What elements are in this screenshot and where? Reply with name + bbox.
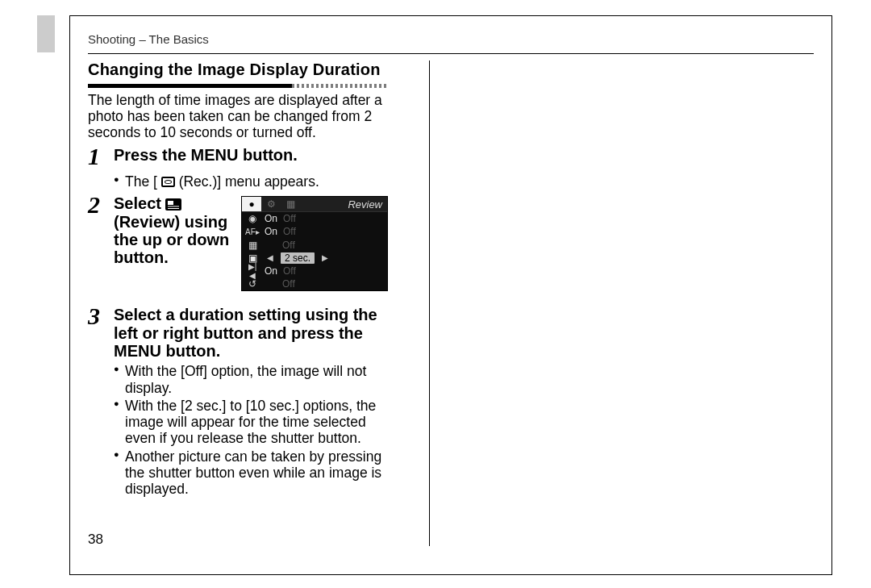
lcd-tab-rec: ● (242, 197, 261, 211)
step-2-title: Select (Review) using the up or down but… (114, 194, 230, 267)
section-intro: The length of time images are displayed … (88, 93, 388, 141)
page-sheet: Shooting – The Basics Changing the Image… (0, 0, 871, 588)
lcd-selected-value: 2 sec. (281, 252, 315, 264)
column-separator (429, 60, 430, 546)
lcd-tab-setup: ⚙ (261, 197, 281, 211)
lcd-on: On (265, 265, 277, 277)
text: Select (114, 194, 165, 212)
right-column (471, 60, 771, 546)
lcd-row-icon: AF▸ (245, 227, 260, 236)
right-arrow-icon: ▶ (319, 253, 331, 262)
step-3-bullet: With the [2 sec.] to [10 sec.] options, … (114, 398, 388, 447)
lcd-tabs: ● ⚙ ▦ Review (242, 197, 387, 211)
lcd-row: ↺ Off (242, 277, 387, 290)
step-2: 2 Select (Review) using the up or down b… (88, 194, 388, 291)
left-arrow-icon: ◀ (265, 253, 276, 262)
camera-rec-icon (161, 177, 175, 187)
lcd-row-icon: ▦ (245, 240, 260, 251)
lcd-row-selected: ▣ ◀ 2 sec. ▶ (242, 252, 387, 265)
lcd-row-icon: ▣ (245, 252, 260, 264)
lcd-off: Off (282, 240, 295, 251)
lcd-row: AF▸ OnOff (242, 225, 387, 238)
lcd-row-icon: ◉ (245, 213, 260, 224)
step-1-body: The [ (Rec.)] menu appears. (112, 173, 388, 190)
left-column: Changing the Image Display Duration The … (88, 60, 388, 546)
lcd-on: On (265, 226, 277, 237)
lcd-tab-title: Review (343, 197, 387, 211)
lcd-row: ▶|◀ OnOff (242, 265, 387, 277)
lcd-row: ◉ OnOff (242, 211, 387, 225)
step-1-title: Press the MENU button. (114, 146, 298, 164)
lcd-row: ▦ Off (242, 238, 387, 251)
step-1-bullet: The [ (Rec.)] menu appears. (114, 173, 388, 190)
content-columns: Changing the Image Display Duration The … (88, 60, 814, 546)
text: (Rec.)] menu appears. (179, 173, 319, 190)
step-number: 3 (88, 304, 112, 328)
lcd-off: Off (283, 265, 296, 277)
step-3-bullet: With the [Off] option, the image will no… (114, 363, 388, 396)
page-frame: Shooting – The Basics Changing the Image… (69, 15, 832, 575)
lcd-off: Off (283, 226, 296, 237)
text: (Review) using the up or down button. (114, 213, 229, 267)
camera-lcd-screenshot: ● ⚙ ▦ Review ◉ OnOff (241, 196, 388, 291)
step-number: 1 (88, 144, 112, 169)
step-3-bullet: Another picture can be taken by pressing… (114, 448, 388, 498)
title-underline (88, 84, 388, 88)
chapter-tab (37, 15, 55, 52)
page-number: 38 (88, 532, 103, 548)
step-1: 1 Press the MENU button. The [ (Rec.)] m… (88, 146, 388, 190)
running-head: Shooting – The Basics (88, 32, 814, 46)
lcd-rows: ◉ OnOff AF▸ OnOff ▦ Off (242, 211, 387, 290)
step-3-title: Select a duration setting using the left… (114, 306, 388, 360)
lcd-on: On (265, 213, 277, 224)
review-icon (165, 198, 181, 211)
lcd-off: Off (282, 278, 295, 290)
text: The [ (125, 173, 157, 190)
step-3: 3 Select a duration setting using the le… (88, 306, 388, 498)
section-title: Changing the Image Display Duration (88, 60, 388, 79)
lcd-tab-mycamera: ▦ (281, 197, 300, 211)
lcd-row-icon: ↺ (245, 278, 260, 290)
lcd-off: Off (283, 213, 296, 224)
step-number: 2 (88, 193, 112, 217)
header-divider (88, 53, 814, 54)
step-3-body: With the [Off] option, the image will no… (112, 363, 388, 497)
